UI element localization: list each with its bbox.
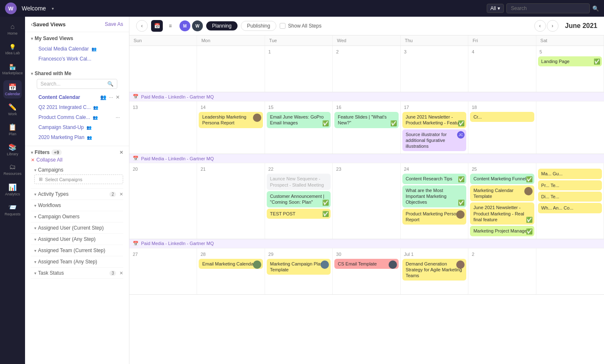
workspace-title: Welcome [22, 5, 46, 12]
save-as-button[interactable]: Save As [105, 21, 123, 27]
collapse-x-icon: ✕ [31, 157, 35, 163]
show-all-steps-checkbox[interactable] [280, 23, 286, 29]
my-saved-views-header[interactable]: ▾ My Saved Views [31, 35, 123, 41]
sidebar-item-campaign-standup[interactable]: Campaign Stand-Up 👥 [31, 122, 123, 132]
sidebar-item-product-comms[interactable]: Product Comms Cale... 👥 ··· [31, 112, 123, 122]
campaign-title-week2: Paid Media - LinkedIn - Gartner MQ [141, 94, 214, 99]
nav-marketplace[interactable]: 🏪 Marketplace [3, 60, 22, 78]
card-landing-page[interactable]: Landing Page ✅ [538, 56, 602, 66]
day-5: 5 Landing Page ✅ [536, 46, 604, 92]
card-marketing-calendar-template[interactable]: Marketing Calendar Template [470, 185, 534, 202]
card-june-newsletter-feature[interactable]: June 2021 Newsletter - Product Marketing… [402, 112, 466, 128]
workspace-chevron-icon[interactable]: ▾ [52, 6, 54, 11]
view-list-button[interactable]: ≡ [164, 20, 176, 32]
filter-assigned-user-any: ▾ Assigned User (Any Step) [31, 234, 123, 245]
card-email-june-waves[interactable]: Email June Waves: GoPro Email Images ✅ [267, 112, 331, 128]
card-cr-overflow[interactable]: Cr... [470, 112, 534, 122]
view-calendar-button[interactable]: 📅 [151, 20, 163, 32]
avatar-w[interactable]: W [192, 20, 203, 31]
date-13: 13 [131, 104, 195, 111]
all-dropdown[interactable]: All ▾ [487, 4, 504, 13]
card-customer-announcement[interactable]: Customer Announcement | "Coming Soon: Pl… [267, 191, 331, 207]
tab-planning[interactable]: Planning [206, 21, 238, 30]
card-test-post[interactable]: TEST POST ✅ [267, 209, 331, 219]
show-all-steps-toggle[interactable]: Show All Steps [280, 23, 321, 29]
app-logo[interactable]: W [5, 3, 17, 14]
filter-team-current-title[interactable]: ▾ Assigned Team (Current Step) [34, 248, 123, 253]
campaign-bar-week3[interactable]: 📅 Paid Media - LinkedIn - Gartner MQ [129, 154, 604, 163]
nav-library[interactable]: 📚 Library [3, 140, 22, 159]
filter-team-any-title[interactable]: ▾ Assigned Team (Any Step) [34, 259, 123, 265]
card-cs-email-template[interactable]: CS Email Template [334, 259, 398, 269]
card-feature-slides[interactable]: Feature Slides | "What's New?" ✅ [334, 112, 398, 128]
prev-month-button[interactable]: ‹ [534, 20, 546, 32]
shared-with-me-header[interactable]: ▾ Shared with Me [31, 71, 123, 76]
filter-assigned-current-title[interactable]: ▾ Assigned User (Current Step) [34, 225, 123, 231]
card-overflow-1[interactable]: Ma... Gu... [538, 169, 602, 179]
campaign-bar-week2[interactable]: 📅 Paid Media - LinkedIn - Gartner MQ [129, 92, 604, 101]
day-3: 3 [401, 46, 468, 92]
task-status-clear[interactable]: ✕ [119, 270, 123, 276]
check-icon-content-research: ✅ [458, 176, 465, 182]
filter-activity-title[interactable]: ▾ Activity Types 2 ✕ [34, 191, 123, 197]
product-comms-menu[interactable]: ··· [116, 114, 120, 120]
filter-workflows-title[interactable]: ▾ Workflows [34, 202, 123, 208]
collapse-all-button[interactable]: ✕ Collapse All [31, 155, 123, 164]
card-overflow-2[interactable]: Pr... Te... [538, 180, 602, 190]
sidebar-item-social-media-calendar[interactable]: Social Media Calendar 👥 [31, 44, 123, 54]
card-marketing-project-manager[interactable]: Marketing Project Manager ✅ [470, 226, 534, 236]
next-month-button[interactable]: › [547, 20, 559, 32]
filter-task-status-title[interactable]: ▾ Task Status 3 ✕ [34, 270, 123, 276]
calendar-back-button[interactable]: ‹ [136, 20, 148, 32]
select-campaigns-button[interactable]: ⊞ Select Campaigns [34, 174, 123, 184]
card-overflow-4[interactable]: Wh... An... Co... [538, 203, 602, 213]
search-icon[interactable]: 🔍 [592, 5, 599, 12]
campaign-icon-week4: 📅 [133, 241, 139, 246]
calendar-week-2: 📅 Paid Media - LinkedIn - Gartner MQ 13 … [129, 92, 604, 154]
filter-owners-title[interactable]: ▾ Campaign Owners [34, 214, 123, 220]
tab-publishing[interactable]: Publishing [241, 21, 276, 31]
sidebar-item-q2-integrated[interactable]: Q2 2021 Integrated C... 👥 [31, 102, 123, 112]
content-calendar-item[interactable]: Content Calendar 👥 ··· ✕ [31, 92, 123, 102]
nav-work[interactable]: ✏️ Work [3, 100, 22, 119]
card-launce-sequence[interactable]: Launce New Sequence - Prospect - Stalled… [267, 174, 331, 190]
campaign-bar-week4[interactable]: 📅 Paid Media - LinkedIn - Gartner MQ [129, 239, 604, 248]
card-content-marketing-funnel[interactable]: Content Marketing Funnel ✅ [470, 174, 534, 184]
sidebar-item-2020-marketing[interactable]: 2020 Marketing Plan 👥 [31, 132, 123, 142]
filters-clear-btn[interactable]: ✕ [119, 150, 123, 155]
nav-resources[interactable]: 🗂 Resources [3, 160, 22, 179]
nav-requests[interactable]: 📨 Requests [3, 200, 22, 219]
nav-home[interactable]: ⌂ Home [3, 20, 22, 38]
filter-campaigns-title[interactable]: ▾ Campaigns [34, 167, 123, 173]
search-input[interactable] [506, 3, 590, 13]
avatar-m[interactable]: M [179, 20, 190, 31]
date-3: 3 [402, 48, 466, 55]
card-email-marketing-calendar[interactable]: Email Marketing Calendar [199, 259, 263, 269]
card-product-marketing-persona[interactable]: Product Marketing Persona Report [402, 209, 466, 225]
task-status-badge: 3 [109, 270, 116, 276]
left-nav: ⌂ Home 💡 Idea Lab 🏪 Marketplace 📅 Calend… [0, 17, 25, 364]
date-16: 16 [334, 104, 398, 111]
activity-clear[interactable]: ✕ [119, 192, 123, 197]
card-demand-generation[interactable]: Demand Generation Strategy for Agile Mar… [402, 259, 466, 281]
card-most-important-objectives[interactable]: What are the Most Important Marketing Ob… [402, 185, 466, 207]
nav-calendar[interactable]: 📅 Calendar [3, 80, 22, 99]
search-shared-input[interactable] [40, 81, 107, 87]
content-calendar-menu[interactable]: ··· [109, 94, 113, 100]
card-june-newsletter-real-final[interactable]: June 2021 Newsletter - Product Marketing… [470, 202, 534, 225]
card-leadership-persona[interactable]: Leadership Marketing Persona Report [199, 112, 263, 128]
nav-plan[interactable]: 📋 Plan [3, 120, 22, 139]
filters-header[interactable]: ▾ Filters +9 ✕ [31, 149, 123, 155]
filter-assigned-any-title[interactable]: ▾ Assigned User (Any Step) [34, 236, 123, 242]
nav-idea-lab[interactable]: 💡 Idea Lab [3, 40, 22, 58]
date-18: 18 [470, 104, 534, 111]
sidebar-item-francescos-work-cal[interactable]: Francesco's Work Cal... [31, 54, 123, 64]
card-overflow-3[interactable]: Di... Te... [538, 192, 602, 202]
date-5: 5 [538, 48, 602, 55]
avatar-emc [253, 260, 261, 269]
card-content-research-tips[interactable]: Content Research Tips ✅ [402, 174, 466, 184]
card-marketing-campaign-plan[interactable]: Marketing Campaign Plan Template [267, 259, 331, 275]
content-calendar-close[interactable]: ✕ [116, 94, 120, 100]
nav-analytics[interactable]: 📊 Analytics [3, 180, 22, 199]
card-source-illustrator[interactable]: Source illustrator for additional figura… [402, 129, 466, 152]
